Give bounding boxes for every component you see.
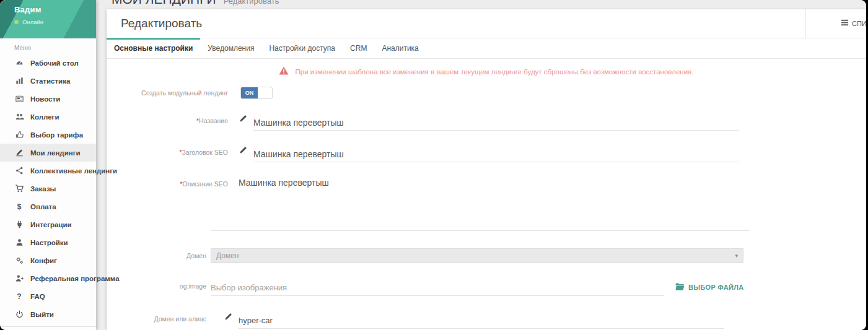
tab-content: При изменении шаблона все изменения в ва… [107,59,866,330]
sidebar-divider [0,326,96,327]
app-window: Вадим Онлайн Меню Рабочий стол Статистик… [0,0,866,330]
sidebar-item-label: Реферальная программа [30,275,120,282]
form-row-seo-title: *Заголовок SEO [107,146,866,163]
sidebar-item-label: Заказы [30,185,56,193]
choose-file-label: ВЫБОР ФАЙЛА [688,284,744,291]
sidebar-item-logout[interactable]: Выйти [0,305,96,323]
form-row-seo-description: *Описание SEO Машинка перевертыш [107,178,866,232]
sidebar-item-settings[interactable]: Настройки [0,233,96,251]
template-warning: При изменении шаблона все изменения в ва… [107,66,866,77]
user-name: Вадим [14,5,96,14]
sidebar-item-label: Новости [30,95,60,103]
sidebar-item-faq[interactable]: ? FAQ [0,287,96,305]
modular-toggle[interactable]: ON [240,87,273,99]
sidebar-item-referral[interactable]: Реферальная программа [0,269,96,287]
tab-notifications[interactable]: Уведомления [200,38,261,58]
sidebar-item-config[interactable]: Конфиг [0,251,96,269]
sidebar-item-my-landings[interactable]: Мои лендинги [0,144,96,162]
page-title: МОИ ЛЕНДИНГИ Редактировать [112,0,279,7]
user-plus-icon [14,274,24,284]
edit-card: Редактировать СПИСОК Основные настройки … [107,9,866,330]
power-icon [14,310,24,319]
sidebar-user-header: Вадим Онлайн [0,0,96,38]
tab-label: CRM [350,44,367,53]
card-title: Редактировать [107,17,202,30]
tab-label: Основные настройки [114,44,193,53]
domain-select-value: Домен [216,251,735,260]
seo-description-textarea[interactable]: Машинка перевертыш [211,178,750,231]
user-status: Онлайн [14,19,96,25]
form-row-domain: Домен Домен ▾ [107,248,866,263]
list-icon [841,18,849,29]
form-row-og-image: og:image ВЫБОР ФАЙЛА [107,280,866,297]
sidebar-item-shared-landings[interactable]: Коллективные лендинги [0,162,96,180]
sidebar-item-label: Коллективные лендинги [30,167,117,175]
tab-bar: Основные настройки Уведомления Настройки… [107,38,866,59]
sidebar-item-label: Интеграции [30,221,72,228]
form-row-name: *Название [107,115,866,131]
bar-chart-icon [14,76,24,86]
online-status-dot-icon [14,20,19,24]
sidebar-item-payment[interactable]: $ Оплата [0,198,96,215]
og-image-input[interactable] [211,280,664,296]
sidebar-item-tariff[interactable]: Выбор тарифа [0,126,96,144]
card-header: Редактировать СПИСОК [107,9,866,38]
tab-crm[interactable]: CRM [343,38,374,58]
question-icon: ? [14,292,24,302]
sidebar-item-label: Коллеги [30,113,59,121]
tab-label: Уведомления [208,44,254,53]
alias-input[interactable] [239,313,724,329]
user-icon [14,238,24,248]
tab-label: Настройки доступа [269,44,335,53]
seo-title-input[interactable] [253,146,739,162]
user-status-label: Онлайн [22,19,43,25]
form-row-alias: Домен или алиас [107,313,866,329]
sidebar-item-dashboard[interactable]: Рабочий стол [0,54,96,72]
pencil-icon [239,115,247,123]
sidebar-item-label: Настройки [30,239,68,246]
newspaper-icon [14,94,24,104]
tab-analytics[interactable]: Аналитика [374,38,426,58]
sidebar-item-colleagues[interactable]: Коллеги [0,108,96,126]
select-caret-icon: ▾ [735,253,738,259]
sidebar-item-label: FAQ [30,293,45,300]
sidebar-item-label: Мои лендинги [30,149,81,157]
pencil-icon [224,313,232,321]
users-icon [14,112,24,122]
choose-file-button[interactable]: ВЫБОР ФАЙЛА [675,280,744,293]
page-title-text: МОИ ЛЕНДИНГИ [112,0,216,7]
og-image-label: og:image [107,280,206,290]
page-subtitle-text: Редактировать [224,0,279,6]
sidebar-item-label: Выйти [30,311,54,318]
menu-section-label: Меню [0,38,96,54]
list-button[interactable]: СПИСОК [805,9,866,38]
gears-icon [14,256,24,266]
alias-label: Домен или алиас [107,313,206,323]
list-button-label: СПИСОК [852,20,866,27]
sidebar-item-label: Выбор тарифа [30,131,83,139]
hand-pointer-icon [14,130,24,140]
sidebar-item-label: Конфиг [30,257,57,264]
main-area: МОИ ЛЕНДИНГИ Редактировать Редактировать… [96,0,866,330]
modular-label: Создать модульный лендинг [107,89,228,97]
name-label: *Название [107,115,228,124]
name-input[interactable] [253,115,739,131]
sidebar-item-label: Статистика [30,77,70,85]
pencil-icon [239,146,247,154]
plug-icon [14,220,24,230]
landing-pen-icon [14,148,24,158]
share-icon [14,166,24,176]
tab-label: Аналитика [382,44,418,53]
sidebar-item-integrations[interactable]: Интеграции [0,215,96,233]
sidebar-item-orders[interactable]: Заказы [0,180,96,198]
sidebar-item-statistics[interactable]: Статистика [0,72,96,90]
tab-access-settings[interactable]: Настройки доступа [261,38,343,58]
sidebar-item-news[interactable]: Новости [0,90,96,108]
dashboard-gauge-icon [14,58,24,68]
seo-description-label: *Описание SEO [107,178,228,188]
domain-label: Домен [107,252,206,259]
sidebar: Вадим Онлайн Меню Рабочий стол Статистик… [0,0,96,330]
domain-select[interactable]: Домен ▾ [211,248,743,263]
tab-main-settings[interactable]: Основные настройки [107,38,200,58]
seo-title-label: *Заголовок SEO [107,146,228,156]
